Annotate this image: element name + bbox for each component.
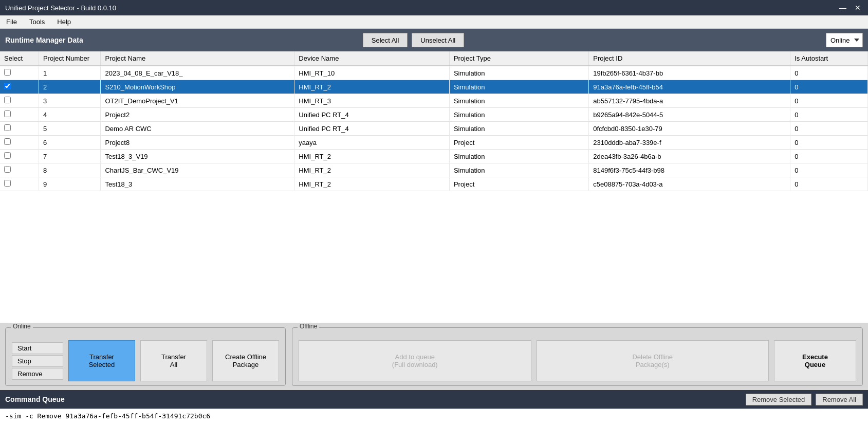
unselect-all-button[interactable]: Unselect All <box>412 33 464 47</box>
table-row[interactable]: 2S210_MotionWorkShopHMI_RT_2Simulation91… <box>0 80 868 94</box>
col-header-number: Project Number <box>39 51 101 66</box>
row-checkbox-cell[interactable] <box>0 66 39 80</box>
row-project-type: Simulation <box>449 150 588 163</box>
row-project-type: Project <box>449 177 588 191</box>
row-project-type: Simulation <box>449 108 588 122</box>
window-controls: — ✕ <box>837 4 863 12</box>
row-number: 3 <box>39 94 101 108</box>
remove-all-button[interactable]: Remove All <box>816 394 863 405</box>
row-device-name: HMI_RT_2 <box>294 150 450 163</box>
row-autostart: 0 <box>790 80 868 94</box>
row-project-name: S210_MotionWorkShop <box>101 80 294 94</box>
row-device-name: HMI_RT_10 <box>294 66 450 80</box>
row-device-name: Unified PC RT_4 <box>294 122 450 136</box>
row-autostart: 0 <box>790 122 868 136</box>
row-number: 6 <box>39 136 101 150</box>
remove-selected-button[interactable]: Remove Selected <box>746 394 812 405</box>
row-project-name: 2023_04_08_E_car_V18_ <box>101 66 294 80</box>
select-all-button[interactable]: Select All <box>363 33 408 47</box>
row-number: 9 <box>39 177 101 191</box>
row-checkbox[interactable] <box>4 83 11 89</box>
row-checkbox[interactable] <box>4 138 11 145</box>
stop-button[interactable]: Stop <box>12 355 63 367</box>
row-number: 5 <box>39 122 101 136</box>
row-project-id: 2dea43fb-3a26-4b6a-b <box>589 150 790 163</box>
row-checkbox-cell[interactable] <box>0 122 39 136</box>
remove-button[interactable]: Remove <box>12 368 63 380</box>
command-queue-header: Command Queue Remove Selected Remove All <box>0 390 868 409</box>
row-checkbox[interactable] <box>4 110 11 117</box>
menu-tools[interactable]: Tools <box>27 17 47 27</box>
panels-row: Online Start Stop Remove Transfer Select… <box>0 323 868 390</box>
transfer-selected-button[interactable]: Transfer Selected <box>68 340 135 381</box>
row-project-type: Simulation <box>449 94 588 108</box>
col-header-autostart: Is Autostart <box>790 51 868 66</box>
transfer-all-button[interactable]: Transfer All <box>140 340 207 381</box>
row-checkbox[interactable] <box>4 166 11 173</box>
row-project-name: Test18_3_V19 <box>101 150 294 163</box>
col-header-device: Device Name <box>294 51 450 66</box>
row-checkbox[interactable] <box>4 69 11 76</box>
row-autostart: 0 <box>790 108 868 122</box>
row-project-id: c5e08875-703a-4d03-a <box>589 177 790 191</box>
row-device-name: HMI_RT_2 <box>294 80 450 94</box>
row-checkbox-cell[interactable] <box>0 80 39 94</box>
command-queue-title: Command Queue <box>5 395 742 403</box>
table-row[interactable]: 12023_04_08_E_car_V18_HMI_RT_10Simulatio… <box>0 66 868 80</box>
delete-offline-package-button[interactable]: Delete Offline Package(s) <box>537 340 769 381</box>
row-project-type: Simulation <box>449 80 588 94</box>
row-device-name: Unified PC RT_4 <box>294 108 450 122</box>
row-project-id: 19fb265f-6361-4b37-bb <box>589 66 790 80</box>
execute-queue-button[interactable]: Execute Queue <box>774 340 856 381</box>
table-header-row: Select Project Number Project Name Devic… <box>0 51 868 66</box>
row-checkbox[interactable] <box>4 180 11 187</box>
close-button[interactable]: ✕ <box>853 4 863 12</box>
minimize-button[interactable]: — <box>837 4 848 12</box>
row-device-name: HMI_RT_3 <box>294 94 450 108</box>
table-row[interactable]: 7Test18_3_V19HMI_RT_2Simulation2dea43fb-… <box>0 150 868 163</box>
start-button[interactable]: Start <box>12 342 63 354</box>
offline-panel-legend: Offline <box>298 323 319 330</box>
online-panel-content: Start Stop Remove Transfer Selected Tran… <box>12 332 279 381</box>
row-checkbox-cell[interactable] <box>0 150 39 163</box>
row-project-id: 0fcfcbd0-8350-1e30-79 <box>589 122 790 136</box>
project-table-container: Select Project Number Project Name Devic… <box>0 51 868 323</box>
table-row[interactable]: 9Test18_3HMI_RT_2Projectc5e08875-703a-4d… <box>0 177 868 191</box>
row-project-name: Test18_3 <box>101 177 294 191</box>
row-checkbox-cell[interactable] <box>0 94 39 108</box>
col-header-select: Select <box>0 51 39 66</box>
row-project-id: b9265a94-842e-5044-5 <box>589 108 790 122</box>
add-to-queue-button[interactable]: Add to queue (Full download) <box>299 340 531 381</box>
row-number: 8 <box>39 163 101 177</box>
row-checkbox-cell[interactable] <box>0 108 39 122</box>
row-device-name: HMI_RT_2 <box>294 163 450 177</box>
table-row[interactable]: 5Demo AR CWCUnified PC RT_4Simulation0fc… <box>0 122 868 136</box>
row-checkbox-cell[interactable] <box>0 177 39 191</box>
row-autostart: 0 <box>790 66 868 80</box>
row-project-id: 91a3a76a-fefb-45ff-b54 <box>589 80 790 94</box>
row-checkbox[interactable] <box>4 152 11 159</box>
row-project-name: Demo AR CWC <box>101 122 294 136</box>
row-number: 2 <box>39 80 101 94</box>
menu-bar: File Tools Help <box>0 15 868 29</box>
table-row[interactable]: 4Project2Unified PC RT_4Simulationb9265a… <box>0 108 868 122</box>
online-dropdown[interactable]: Online <box>826 33 863 47</box>
start-stop-remove-group: Start Stop Remove <box>12 342 63 380</box>
table-row[interactable]: 6Project8yaayaProject2310dddb-aba7-339e-… <box>0 136 868 150</box>
title-bar: Unified Project Selector - Build 0.0.10 … <box>0 0 868 15</box>
row-project-name: ChartJS_Bar_CWC_V19 <box>101 163 294 177</box>
row-number: 1 <box>39 66 101 80</box>
table-row[interactable]: 8ChartJS_Bar_CWC_V19HMI_RT_2Simulation81… <box>0 163 868 177</box>
row-checkbox[interactable] <box>4 124 11 131</box>
offline-panel: Offline Add to queue (Full download) Del… <box>292 327 863 386</box>
menu-help[interactable]: Help <box>55 17 73 27</box>
create-offline-package-button[interactable]: Create Offline Package <box>212 340 279 381</box>
row-checkbox-cell[interactable] <box>0 163 39 177</box>
row-project-name: Project8 <box>101 136 294 150</box>
table-row[interactable]: 3OT2IT_DemoProject_V1HMI_RT_3Simulationa… <box>0 94 868 108</box>
row-checkbox[interactable] <box>4 97 11 103</box>
col-header-type: Project Type <box>449 51 588 66</box>
row-checkbox-cell[interactable] <box>0 136 39 150</box>
menu-file[interactable]: File <box>4 17 19 27</box>
row-project-type: Simulation <box>449 122 588 136</box>
